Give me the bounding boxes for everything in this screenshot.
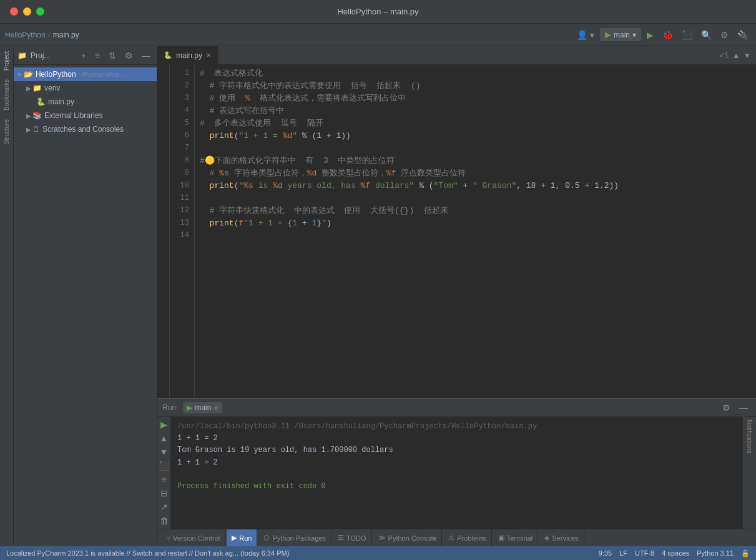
breadcrumb-project[interactable]: HelloPython [5,31,46,39]
minimize-button[interactable] [23,7,31,16]
tab-close-mainpy[interactable]: ✕ [206,52,211,59]
sidebar-settings-btn[interactable]: ⚙ [122,49,135,62]
settings-button[interactable]: ⚙ [717,28,732,42]
tree-label-mainpy: main.py [48,97,74,106]
editor-area: 🐍 main.py ✕ ✓1 ▲ ▼ [157,46,756,398]
sidebar-toolbar: 📁 Proj... + ≡ ⇅ ⚙ — [14,46,157,65]
code-line-4: # 表达式写在括号中 [200,105,745,117]
bottom-tab-label-services: Services [552,534,578,542]
code-text-4: # 表达式写在括号中 [200,105,284,117]
run-external-btn[interactable]: ↗ [160,502,168,512]
bottom-tab-problems[interactable]: ⚠ Problems [443,529,491,546]
search-everywhere-button[interactable]: 🔍 [698,28,715,42]
bottom-tab-python-packages[interactable]: ⬡ Python Packages [258,529,331,546]
run-fold-btn[interactable]: ⊟ [160,488,168,498]
run-tab-icon: ▶ [187,403,192,412]
run-output-line-2: 1 + 1 = 2 [177,433,736,445]
status-right: 9:35 LF UTF-8 4 spaces Python 3.11 🔒 [599,549,750,558]
run-panel-actions: ⚙ — [719,401,751,415]
tree-item-venv[interactable]: ▶ 📁 venv [14,81,157,95]
folder-icon-venv: 📁 [32,84,42,92]
status-line-sep[interactable]: LF [619,549,627,558]
up-arrow-icon[interactable]: ▲ [732,51,740,60]
bottom-tab-version-control[interactable]: ⑂ Version Control [161,529,225,546]
todo-icon: ☰ [338,534,344,542]
status-charset[interactable]: UTF-8 [635,549,654,558]
run-config-chevron: ▾ [632,31,636,39]
bottom-tab-todo[interactable]: ☰ TODO [333,529,372,546]
tree-item-scratches[interactable]: ▶ 🗒 Scratches and Consoles [14,122,157,136]
code-text-8: #🟡下面的格式化字符串中 有 3 中类型的占位符 [200,155,395,167]
run-output-line-6: Process finished with exit code 0 [177,481,736,493]
code-line-6: print("1 + 1 = %d" % (1 + 1)) [200,130,745,142]
code-line-1: # 表达式格式化 [200,67,745,80]
close-button[interactable] [10,7,18,16]
tree-arrow-scratches: ▶ [26,126,31,133]
sidebar-sort-btn[interactable]: ≡ [92,49,102,62]
code-text-5: # 多个表达式使用 逗号 隔开 [200,117,323,130]
run-up-btn[interactable]: ▲ [160,433,169,443]
sidebar-tree: ▼ 📂 HelloPython ~/PycharmProj... ▶ 📁 ven… [14,65,157,546]
run-clear-btn[interactable]: 🗑 [160,516,169,526]
gutter-area [157,65,170,398]
down-arrow-icon[interactable]: ▼ [744,51,751,60]
status-update-msg[interactable]: Localized PyCharm 2023.1 is available //… [6,549,289,557]
window-controls[interactable] [10,7,44,16]
bottom-tab-label-console: Python Console [388,534,437,542]
stop-button[interactable]: ⬛ [679,28,695,42]
sidebar-filter-btn[interactable]: ⇅ [106,49,119,62]
run-down-btn[interactable]: ▼ [160,447,169,457]
run-left-strip: ▶ ▲ ▼ ⬛ ≡ ⊟ ↗ 🗑 [157,417,171,529]
python-console-icon: ≫ [378,534,386,542]
maximize-button[interactable] [36,7,44,16]
run-panel-minimize-btn[interactable]: — [736,401,751,415]
tab-bookmarks[interactable]: Bookmarks [2,77,11,113]
status-python[interactable]: Python 3.11 [697,549,734,558]
code-area[interactable]: # 表达式格式化 # 字符串格式化中的表达式需要使用 括号 括起来 () # 使… [195,65,750,398]
plugins-button[interactable]: 🔌 [734,28,751,42]
bottom-tab-terminal[interactable]: ▣ Terminal [493,529,539,546]
run-tab-close[interactable]: ✕ [214,405,218,411]
tab-structure[interactable]: Structure [2,117,11,147]
tree-item-hellopython[interactable]: ▼ 📂 HelloPython ~/PycharmProj... [14,67,157,81]
run-panel-settings-btn[interactable]: ⚙ [719,401,734,415]
debug-button[interactable]: 🐞 [659,28,676,42]
code-line-2: # 字符串格式化中的表达式需要使用 括号 括起来 () [200,80,745,92]
bottom-tab-services[interactable]: ◈ Services [539,529,584,546]
bottom-tab-run[interactable]: ▶ Run [227,529,257,546]
run-button[interactable]: ▶ [644,28,657,42]
sidebar-title: Proj... [31,51,50,60]
tree-item-extlibs[interactable]: ▶ 📚 External Libraries [14,109,157,122]
user-icon[interactable]: 👤 ▾ [574,28,597,42]
tree-label-extlibs: External Libraries [44,111,102,120]
sidebar-minimize-btn[interactable]: — [139,49,153,62]
run-tab-main[interactable]: ▶ main ✕ [183,402,222,413]
tree-arrow-hellopython: ▼ [16,71,22,78]
run-icon: ▶ [232,534,237,542]
status-bar: Localized PyCharm 2023.1 is available //… [0,546,756,560]
run-stop-btn[interactable]: ⬛ [159,461,169,471]
code-line-8: #🟡下面的格式化字符串中 有 3 中类型的占位符 [200,155,745,167]
tree-item-mainpy[interactable]: 🐍 main.py [14,95,157,109]
run-panel-header: Run: ▶ main ✕ ⚙ — [157,398,756,417]
run-rerun-btn[interactable]: ▶ [160,420,167,430]
run-label: Run: [162,403,178,412]
bottom-tab-bar: ⑂ Version Control ▶ Run ⬡ Python Package… [157,529,756,546]
status-indent[interactable]: 4 spaces [662,549,689,558]
run-config[interactable]: ▶ main ▾ [600,28,641,41]
sidebar-add-btn[interactable]: + [79,49,89,62]
extlibs-icon: 📚 [32,111,42,120]
run-right-strip: Notifications [742,417,756,529]
tab-project[interactable]: Project [2,49,11,73]
editor-content[interactable]: 1234 5678 9101112 1314 # 表达式格式化 # 字符串格式化… [157,65,756,398]
status-lock-icon: 🔒 [741,549,750,558]
editor-tab-mainpy[interactable]: 🐍 main.py ✕ [157,46,218,64]
run-filter-btn[interactable]: ≡ [161,474,166,484]
code-line-9: # %s 字符串类型占位符，%d 整数类型占位符，%f 浮点数类型占位符 [200,167,745,180]
breadcrumb-file[interactable]: main.py [53,31,79,39]
check-icon: ✓1 [719,51,729,59]
code-line-13: print(f"1 + 1 = {1 + 1}") [200,217,745,230]
code-line-10: print("%s is %d years old, has %f dollar… [200,180,745,192]
bottom-tab-python-console[interactable]: ≫ Python Console [373,529,443,546]
tab-bar: 🐍 main.py ✕ ✓1 ▲ ▼ [157,46,756,65]
